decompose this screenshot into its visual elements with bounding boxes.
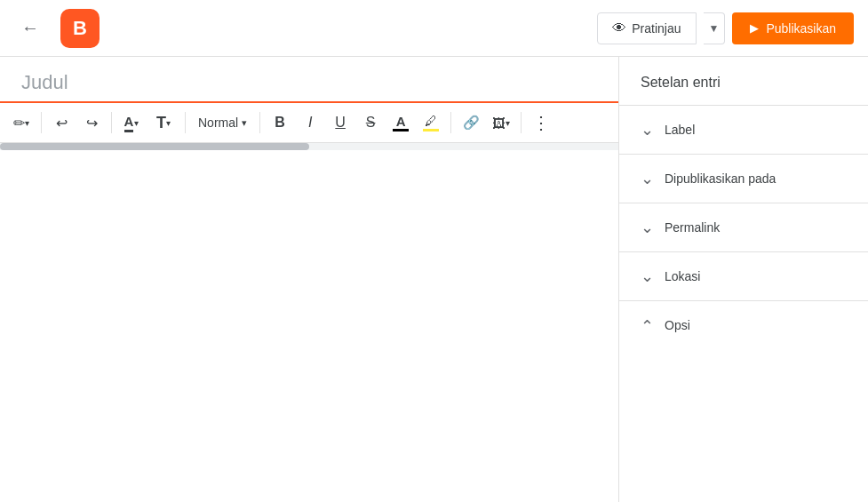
preview-dropdown-button[interactable]: ▼: [704, 12, 726, 44]
publish-button[interactable]: ▶ Publikasikan: [732, 12, 854, 44]
image-button[interactable]: 🖼 ▾: [487, 108, 515, 137]
blogger-logo: B: [60, 9, 100, 48]
italic-label: I: [308, 115, 312, 131]
toolbar-divider-4: [259, 112, 260, 133]
preview-dropdown-icon: ▼: [709, 22, 720, 35]
sidebar-section-location[interactable]: ⌄ Lokasi: [619, 251, 868, 300]
highlight-indicator: 🖊: [423, 114, 439, 131]
image-dropdown-icon: ▾: [506, 118, 510, 128]
top-bar-right: 👁 Pratinjau ▼ ▶ Publikasikan: [597, 12, 854, 44]
paragraph-size-icon: T: [156, 115, 166, 131]
sidebar-location-text: Lokasi: [665, 269, 700, 283]
title-row: [0, 57, 618, 103]
redo-icon: ↪: [86, 115, 98, 131]
strikethrough-button[interactable]: S: [356, 108, 385, 137]
text-color-bar: [393, 129, 409, 131]
chevron-down-icon-location: ⌄: [641, 267, 654, 286]
redo-button[interactable]: ↪: [77, 108, 106, 137]
text-color-button[interactable]: A: [386, 108, 415, 137]
top-bar-left: ← B: [14, 9, 100, 48]
scrollbar-thumb: [0, 143, 309, 150]
paragraph-size-button[interactable]: T ▾: [147, 108, 179, 137]
italic-button[interactable]: I: [296, 108, 324, 137]
editor-body: [0, 143, 618, 502]
sidebar-section-published[interactable]: ⌄ Dipublikasikan pada: [619, 154, 868, 203]
pen-icon: ✏: [13, 115, 25, 131]
sidebar-options-text: Opsi: [665, 318, 690, 332]
sidebar-label-text: Label: [665, 123, 695, 137]
highlight-pen-icon: 🖊: [425, 114, 437, 128]
sidebar-section-label[interactable]: ⌄ Label: [619, 105, 868, 154]
text-color-indicator: A: [393, 115, 409, 131]
publish-arrow-icon: ▶: [750, 21, 759, 35]
sidebar-title: Setelan entri: [619, 57, 868, 105]
pen-tool-button[interactable]: ✏ ▾: [7, 108, 36, 137]
underline-button[interactable]: U: [326, 108, 354, 137]
toolbar-divider-5: [450, 112, 451, 133]
sidebar: Setelan entri ⌄ Label ⌄ Dipublikasikan p…: [619, 57, 868, 502]
paragraph-style-label: Normal: [198, 116, 238, 130]
paragraph-size-dropdown-icon: ▾: [166, 118, 171, 128]
sidebar-permalink-text: Permalink: [665, 220, 720, 235]
sidebar-published-text: Dipublikasikan pada: [665, 171, 776, 186]
toolbar: ✏ ▾ ↩ ↪ A ▾ T ▾: [0, 103, 618, 143]
underline-label: U: [335, 115, 346, 131]
more-options-button[interactable]: ⋮: [527, 108, 555, 137]
blogger-logo-letter: B: [73, 17, 87, 40]
preview-eye-icon: 👁: [612, 20, 626, 36]
chevron-down-icon-label: ⌄: [641, 120, 654, 139]
text-format-dropdown-icon: ▾: [134, 118, 139, 128]
sidebar-section-options[interactable]: ⌄ Opsi: [619, 300, 868, 349]
more-options-icon: ⋮: [532, 114, 550, 131]
toolbar-divider-6: [521, 112, 522, 133]
preview-label: Pratinjau: [632, 21, 681, 36]
toolbar-divider-2: [111, 112, 112, 133]
strikethrough-label: S: [366, 115, 376, 131]
top-bar: ← B 👁 Pratinjau ▼ ▶ Publikasikan: [0, 0, 868, 57]
editor-area: ✏ ▾ ↩ ↪ A ▾ T ▾: [0, 57, 619, 502]
toolbar-divider-1: [41, 112, 42, 133]
image-icon: 🖼: [492, 116, 506, 131]
paragraph-style-chevron: ▾: [242, 117, 247, 129]
chevron-up-icon-options: ⌄: [641, 315, 654, 335]
toolbar-divider-3: [185, 112, 186, 133]
link-button[interactable]: 🔗: [457, 108, 485, 137]
bold-label: B: [275, 115, 285, 131]
text-format-button[interactable]: A ▾: [117, 108, 146, 137]
undo-button[interactable]: ↩: [47, 108, 76, 137]
title-input[interactable]: [21, 71, 597, 94]
paragraph-style-dropdown[interactable]: Normal ▾: [191, 108, 254, 137]
chevron-down-icon-permalink: ⌄: [641, 218, 654, 237]
text-format-icon: A: [124, 114, 134, 132]
highlight-color-bar: [423, 129, 439, 131]
pen-dropdown-icon: ▾: [25, 118, 29, 128]
preview-button[interactable]: 👁 Pratinjau: [597, 12, 696, 44]
horizontal-scrollbar[interactable]: [0, 143, 618, 150]
back-button[interactable]: ←: [14, 12, 46, 44]
main-area: ✏ ▾ ↩ ↪ A ▾ T ▾: [0, 57, 868, 502]
publish-label: Publikasikan: [766, 21, 836, 36]
chevron-down-icon-published: ⌄: [641, 169, 654, 188]
undo-icon: ↩: [56, 115, 68, 131]
highlight-button[interactable]: 🖊: [417, 108, 445, 137]
link-icon: 🔗: [463, 115, 480, 131]
back-icon: ←: [21, 18, 39, 38]
bold-button[interactable]: B: [266, 108, 294, 137]
sidebar-section-permalink[interactable]: ⌄ Permalink: [619, 203, 868, 251]
text-color-letter: A: [396, 115, 406, 128]
